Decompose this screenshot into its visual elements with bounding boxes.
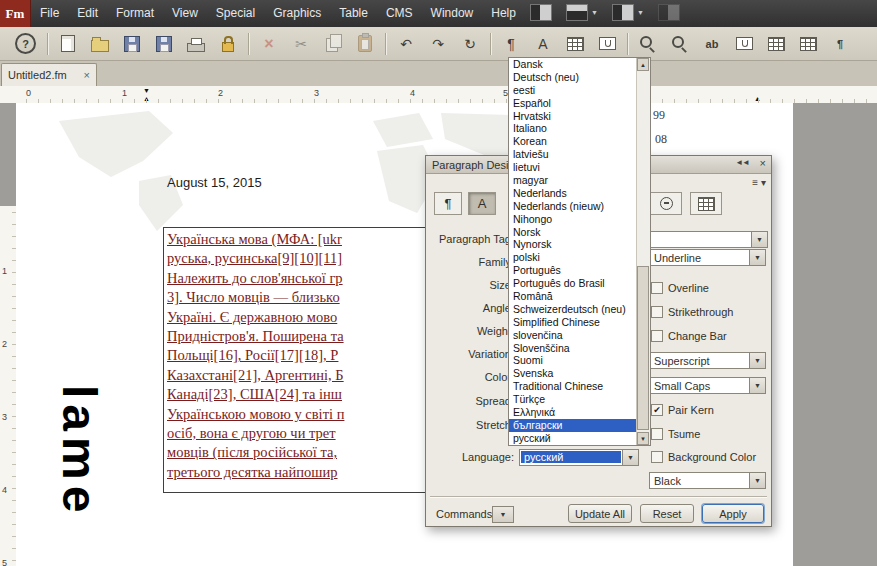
app-logo[interactable]: Fm bbox=[0, 0, 31, 27]
menu-graphics[interactable]: Graphics bbox=[264, 0, 330, 27]
tab-table-cell[interactable] bbox=[690, 192, 722, 215]
language-option[interactable]: Korean bbox=[509, 135, 638, 148]
language-combo[interactable]: русский▼ bbox=[519, 449, 639, 466]
find-icon[interactable] bbox=[668, 32, 692, 56]
tab-asian-features[interactable] bbox=[650, 192, 682, 215]
language-option[interactable]: Nihongo bbox=[509, 213, 638, 226]
language-option[interactable]: Nynorsk bbox=[509, 238, 638, 251]
language-option[interactable]: eesti bbox=[509, 84, 638, 97]
language-option[interactable]: Ελληνικά bbox=[509, 406, 638, 419]
language-option[interactable]: Traditional Chinese bbox=[509, 380, 638, 393]
menu-special[interactable]: Special bbox=[207, 0, 264, 27]
language-option[interactable]: русский bbox=[509, 432, 638, 445]
panel-menu-icon[interactable]: ≡ ▾ bbox=[752, 177, 766, 188]
language-option[interactable]: Schweizerdeutsch (neu) bbox=[509, 303, 638, 316]
update-all-button[interactable]: Update All bbox=[568, 504, 632, 523]
anchored-frame-icon[interactable] bbox=[595, 32, 619, 56]
language-option[interactable]: Nederlands (nieuw) bbox=[509, 200, 638, 213]
language-option[interactable]: Simplified Chinese bbox=[509, 316, 638, 329]
cell-borders-icon[interactable] bbox=[764, 32, 788, 56]
insert-table-icon[interactable] bbox=[796, 32, 820, 56]
scroll-down-icon[interactable]: ▼ bbox=[637, 432, 649, 445]
language-option[interactable]: polski bbox=[509, 251, 638, 264]
language-option[interactable]: Türkçe bbox=[509, 393, 638, 406]
save-icon[interactable] bbox=[120, 32, 144, 56]
open-document-icon[interactable] bbox=[88, 32, 112, 56]
menu-cms[interactable]: CMS bbox=[377, 0, 422, 27]
language-option[interactable]: Dansk bbox=[509, 58, 638, 71]
table-designer-icon[interactable] bbox=[563, 32, 587, 56]
lock-document-icon[interactable] bbox=[216, 32, 240, 56]
language-option[interactable]: Português do Brasil bbox=[509, 277, 638, 290]
caret-down-icon[interactable]: ▼ bbox=[751, 232, 767, 247]
language-option[interactable]: Svenska bbox=[509, 367, 638, 380]
caret-down-icon[interactable]: ▼ bbox=[749, 353, 765, 368]
undo-icon[interactable]: ↶ bbox=[394, 32, 418, 56]
language-option[interactable]: Suomi bbox=[509, 354, 638, 367]
menu-file[interactable]: File bbox=[31, 0, 68, 27]
redo-icon[interactable]: ↷ bbox=[426, 32, 450, 56]
view-mode-icon[interactable]: ▼ bbox=[612, 4, 644, 21]
tab-default-font[interactable]: A bbox=[468, 192, 496, 215]
language-option[interactable]: slovenčina bbox=[509, 329, 638, 342]
caret-down-icon[interactable]: ▼ bbox=[749, 378, 765, 393]
caret-down-icon[interactable]: ▼ bbox=[622, 450, 638, 465]
zoom-icon[interactable] bbox=[636, 32, 660, 56]
anchor-icon[interactable] bbox=[732, 32, 756, 56]
menu-edit[interactable]: Edit bbox=[68, 0, 107, 27]
language-option[interactable]: Hrvatski bbox=[509, 110, 638, 123]
layout-switcher-icon[interactable]: ▼ bbox=[566, 4, 598, 21]
overline-checkbox[interactable]: Overline bbox=[651, 282, 709, 294]
language-option[interactable]: Português bbox=[509, 264, 638, 277]
print-icon[interactable] bbox=[184, 32, 208, 56]
background-color-checkbox[interactable]: Background Color bbox=[651, 451, 756, 463]
refresh-icon[interactable]: ↻ bbox=[458, 32, 482, 56]
underline-combo[interactable]: Underline▼ bbox=[649, 249, 766, 266]
save-as-icon[interactable] bbox=[152, 32, 176, 56]
menu-view[interactable]: View bbox=[163, 0, 207, 27]
reset-button[interactable]: Reset bbox=[640, 504, 694, 523]
caret-down-icon[interactable]: ▼ bbox=[749, 473, 765, 488]
first-indent-marker[interactable]: ▼ bbox=[143, 87, 150, 94]
spell-check-icon[interactable]: ab bbox=[700, 32, 724, 56]
new-document-icon[interactable] bbox=[56, 32, 80, 56]
background-color-combo[interactable]: Black▼ bbox=[649, 472, 766, 489]
language-option[interactable]: Italiano bbox=[509, 122, 638, 135]
help-icon[interactable]: ? bbox=[15, 33, 36, 54]
tab-close-icon[interactable]: × bbox=[84, 69, 90, 81]
language-option[interactable]: latviešu bbox=[509, 148, 638, 161]
small-caps-combo[interactable]: Small Caps▼ bbox=[649, 377, 766, 394]
language-option[interactable]: lietuvi bbox=[509, 161, 638, 174]
document-window-icon[interactable] bbox=[530, 4, 552, 21]
collapse-panel-icon[interactable]: ◄◄ bbox=[735, 158, 749, 167]
superscript-combo[interactable]: Superscript▼ bbox=[649, 352, 766, 369]
scroll-up-icon[interactable]: ▲ bbox=[637, 58, 649, 71]
close-panel-icon[interactable]: × bbox=[760, 157, 765, 169]
tsume-checkbox[interactable]: Tsume bbox=[651, 428, 700, 440]
scrollbar[interactable]: ▲ ▼ bbox=[636, 58, 650, 445]
paragraph-designer-icon[interactable]: ¶ bbox=[499, 32, 523, 56]
pair-kern-checkbox[interactable]: ✔Pair Kern bbox=[651, 404, 714, 416]
language-option[interactable]: Español bbox=[509, 97, 638, 110]
change-bar-checkbox[interactable]: Change Bar bbox=[651, 330, 727, 342]
apply-button[interactable]: Apply bbox=[702, 504, 764, 523]
language-option[interactable]: Nederlands bbox=[509, 187, 638, 200]
character-designer-icon[interactable]: A bbox=[531, 32, 555, 56]
language-option[interactable]: Slovenščina bbox=[509, 342, 638, 355]
commands-menu-button[interactable]: ▼ bbox=[492, 506, 514, 523]
language-option[interactable]: Română bbox=[509, 290, 638, 303]
strikethrough-checkbox[interactable]: Strikethrough bbox=[651, 306, 733, 318]
caret-down-icon[interactable]: ▼ bbox=[749, 250, 765, 265]
menu-window[interactable]: Window bbox=[422, 0, 483, 27]
text-symbols-icon[interactable]: ¶ bbox=[828, 32, 852, 56]
menu-format[interactable]: Format bbox=[107, 0, 163, 27]
menu-help[interactable]: Help bbox=[482, 0, 525, 27]
language-option[interactable]: Norsk bbox=[509, 226, 638, 239]
language-option[interactable]: български bbox=[509, 419, 638, 432]
menu-table[interactable]: Table bbox=[330, 0, 377, 27]
language-option[interactable]: Deutsch (neu) bbox=[509, 71, 638, 84]
tab-untitled2[interactable]: Untitled2.fm × bbox=[1, 63, 97, 86]
scrollbar-thumb[interactable] bbox=[637, 266, 649, 430]
language-option[interactable]: magyar bbox=[509, 174, 638, 187]
tab-basic-paragraph[interactable]: ¶ bbox=[434, 192, 462, 215]
